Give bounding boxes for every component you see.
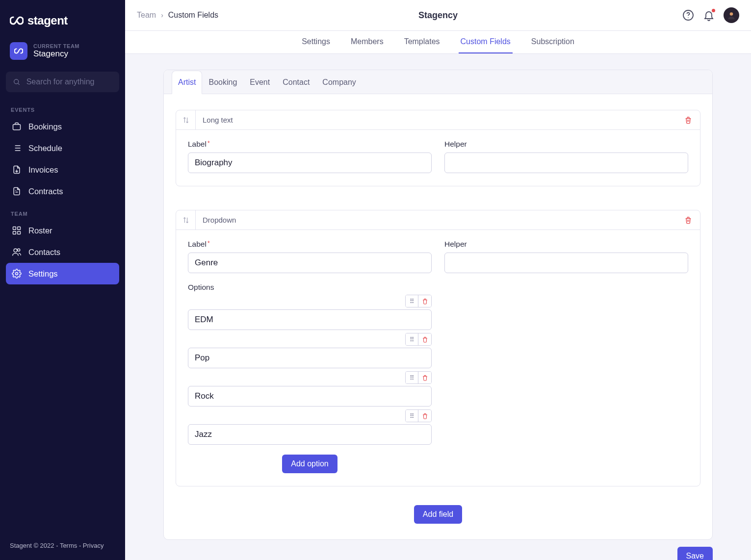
footer-terms-link[interactable]: Terms [60, 542, 77, 549]
field-helper-input[interactable] [444, 253, 688, 273]
sidebar-item-roster[interactable]: Roster [6, 220, 119, 241]
sidebar-item-label: Contracts [28, 187, 63, 196]
option-delete-button[interactable] [418, 333, 431, 345]
option-value-input[interactable] [188, 348, 432, 368]
add-option-button[interactable]: Add option [282, 455, 337, 473]
help-button[interactable] [682, 9, 694, 21]
option-delete-button[interactable] [418, 372, 431, 383]
breadcrumb-root[interactable]: Team [137, 11, 156, 20]
helper-label: Helper [444, 140, 688, 149]
option-drag-handle[interactable]: ⠿ [406, 333, 418, 345]
search-input[interactable] [26, 77, 112, 87]
helper-label: Helper [444, 240, 688, 249]
svg-point-13 [14, 249, 17, 252]
current-team-label: CURRENT TEAM [33, 43, 79, 49]
sidebar-item-label: Roster [28, 226, 52, 235]
search-icon [13, 77, 21, 86]
footer-copyright: Stagent © 2022 [10, 542, 54, 549]
settings-subnav: Settings Members Templates Custom Fields… [125, 31, 751, 54]
grip-icon: ⠿ [410, 412, 414, 420]
trash-icon [422, 336, 428, 343]
sidebar-item-label: Invoices [28, 165, 58, 175]
option-value-input[interactable] [188, 424, 432, 445]
help-icon [682, 9, 694, 21]
reorder-handle[interactable] [176, 110, 196, 129]
reorder-handle[interactable] [176, 210, 196, 229]
option-drag-handle[interactable]: ⠿ [406, 372, 418, 383]
subnav-custom-fields[interactable]: Custom Fields [459, 31, 513, 53]
add-field-button[interactable]: Add field [414, 505, 462, 524]
breadcrumb-current: Custom Fields [168, 11, 218, 20]
notifications-button[interactable] [703, 9, 715, 21]
trash-icon [422, 375, 428, 381]
svg-point-18 [730, 12, 733, 16]
option-drag-handle[interactable]: ⠿ [406, 410, 418, 422]
invoice-out-icon [12, 165, 22, 175]
svg-rect-11 [13, 231, 16, 234]
contract-icon [12, 186, 22, 196]
current-team-card[interactable]: CURRENT TEAM Stagency [6, 38, 119, 64]
sidebar-item-label: Contacts [28, 248, 60, 257]
option-row: ⠿ [188, 409, 432, 445]
svg-point-15 [16, 273, 18, 275]
main: Team › Custom Fields Stagency Settings M… [125, 0, 751, 560]
options-label: Options [188, 283, 432, 292]
svg-rect-2 [13, 125, 21, 130]
tab-event[interactable]: Event [243, 71, 276, 94]
tab-company[interactable]: Company [316, 71, 362, 94]
sidebar: stagent CURRENT TEAM Stagency EVENTS Boo… [0, 0, 125, 560]
option-value-input[interactable] [188, 386, 432, 407]
field-helper-input[interactable] [444, 153, 688, 173]
grid-icon [12, 226, 22, 235]
option-delete-button[interactable] [418, 295, 431, 307]
sidebar-item-invoices[interactable]: Invoices [6, 159, 119, 180]
field-label-input[interactable] [188, 153, 432, 173]
subnav-templates[interactable]: Templates [402, 31, 442, 53]
sort-icon [182, 116, 190, 124]
sidebar-footer: Stagent © 2022 - Terms - Privacy [6, 537, 119, 554]
svg-rect-9 [13, 227, 16, 230]
sidebar-item-schedule[interactable]: Schedule [6, 137, 119, 159]
list-icon [12, 143, 22, 153]
custom-field-block: Dropdown Label* Helper [176, 210, 700, 486]
subnav-settings[interactable]: Settings [300, 31, 332, 53]
svg-point-0 [14, 79, 19, 84]
tab-artist[interactable]: Artist [172, 71, 202, 94]
sidebar-item-bookings[interactable]: Bookings [6, 116, 119, 137]
brand-logo[interactable]: stagent [6, 12, 119, 38]
option-delete-button[interactable] [418, 410, 431, 422]
svg-line-1 [18, 83, 20, 85]
search-input-wrap[interactable] [6, 72, 119, 92]
footer-privacy-link[interactable]: Privacy [83, 542, 104, 549]
sidebar-item-contacts[interactable]: Contacts [6, 241, 119, 263]
label-label: Label* [188, 240, 432, 249]
delete-field-button[interactable] [684, 216, 692, 224]
topbar: Team › Custom Fields Stagency [125, 0, 751, 31]
tab-contact[interactable]: Contact [276, 71, 316, 94]
svg-rect-10 [18, 227, 21, 230]
sidebar-item-contracts[interactable]: Contracts [6, 180, 119, 202]
grip-icon: ⠿ [410, 298, 414, 305]
subnav-members[interactable]: Members [349, 31, 386, 53]
option-drag-handle[interactable]: ⠿ [406, 295, 418, 307]
trash-icon [422, 298, 428, 305]
delete-field-button[interactable] [684, 116, 692, 124]
option-value-input[interactable] [188, 309, 432, 330]
field-label-input[interactable] [188, 253, 432, 273]
breadcrumb: Team › Custom Fields [137, 11, 218, 20]
sort-icon [182, 216, 190, 224]
sidebar-item-settings[interactable]: Settings [6, 263, 119, 284]
save-button[interactable]: Save [677, 547, 713, 560]
content-area: Artist Booking Event Contact Company Lon… [125, 54, 751, 560]
tab-booking[interactable]: Booking [202, 71, 243, 94]
grip-icon: ⠿ [410, 374, 414, 382]
option-row: ⠿ [188, 333, 432, 368]
subnav-subscription[interactable]: Subscription [529, 31, 576, 53]
svg-point-14 [18, 249, 20, 251]
brand-name: stagent [27, 14, 68, 27]
field-type-label: Long text [196, 116, 233, 124]
users-icon [12, 247, 22, 257]
app-title: Stagency [418, 10, 458, 21]
user-avatar[interactable] [724, 7, 739, 23]
team-avatar-icon [14, 48, 23, 54]
